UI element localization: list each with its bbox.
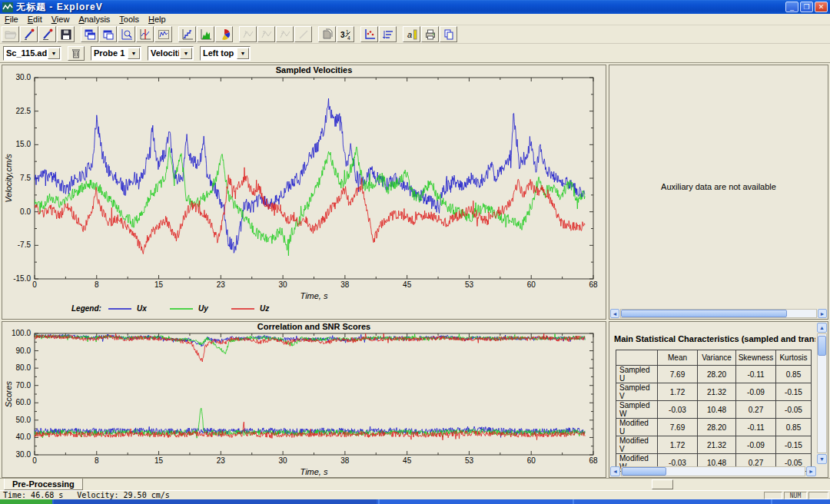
- toolbar-group: [360, 26, 397, 42]
- chevron-down-icon[interactable]: ▼: [128, 48, 140, 59]
- svg-text:38: 38: [340, 280, 350, 289]
- svg-text:Correlation and SNR Scores: Correlation and SNR Scores: [257, 322, 370, 331]
- restore-button[interactable]: ❐: [800, 2, 813, 12]
- horizontal-scrollbar[interactable]: [621, 466, 805, 476]
- svg-text:53: 53: [465, 456, 474, 465]
- line-steps-button[interactable]: [178, 26, 196, 42]
- annotate-a-button[interactable]: a: [403, 26, 420, 42]
- chart-spectrum-button[interactable]: [154, 26, 172, 42]
- taskbar-item[interactable]: [54, 499, 377, 504]
- merge-pages-button[interactable]: [318, 26, 336, 42]
- toolbar-group: [178, 26, 234, 42]
- svg-text:23: 23: [217, 280, 226, 289]
- svg-text:Uy: Uy: [198, 304, 208, 313]
- chevron-down-icon[interactable]: ▼: [180, 48, 192, 59]
- cascade-windows-2-icon: [102, 28, 115, 41]
- table-row: Modified U7.6928.20-0.110.85: [616, 419, 812, 436]
- scroll-down-button[interactable]: ▼: [817, 454, 827, 464]
- diagonal-line-icon: [297, 28, 310, 41]
- svg-text:Ux: Ux: [137, 304, 147, 313]
- axis-points-icon: [364, 28, 376, 41]
- toolbar-group: 314: [318, 26, 355, 42]
- scrollbar-thumb[interactable]: [621, 310, 787, 317]
- scroll-up-button[interactable]: ▲: [817, 323, 827, 333]
- transform-curve-1-button: 1: [239, 26, 257, 42]
- mode-select[interactable]: Velociti ▼: [148, 46, 194, 61]
- menu-item-tools[interactable]: Tools: [115, 14, 144, 25]
- svg-text:53: 53: [465, 280, 474, 289]
- start-button-fragment[interactable]: [0, 499, 52, 504]
- minimize-button[interactable]: _: [785, 2, 798, 12]
- statistics-table: MeanVarianceSkewnessKurtosisSampled U7.6…: [616, 350, 812, 472]
- chevron-down-icon[interactable]: ▼: [48, 48, 60, 59]
- scrollbar-thumb[interactable]: [622, 467, 666, 476]
- application-window: 无标题 - ExploreV _ ❐ ✕ FileEditViewAnalysi…: [0, 0, 830, 504]
- menu-item-view[interactable]: View: [47, 14, 75, 25]
- tab-pre-processing[interactable]: Pre-Processing: [4, 479, 83, 490]
- copy-pages-button[interactable]: [440, 26, 457, 42]
- legend-position-select[interactable]: Left top ▼: [200, 46, 251, 61]
- transform-curve-3-button: 2: [276, 26, 294, 42]
- menu-item-file[interactable]: File: [0, 14, 23, 25]
- row-label: Sampled U: [616, 366, 658, 383]
- svg-text:80.0: 80.0: [16, 363, 32, 372]
- merge-pages-icon: [321, 28, 334, 41]
- cascade-windows-button[interactable]: [81, 26, 98, 42]
- table-row: Sampled W-0.0310.480.27-0.05: [616, 401, 812, 419]
- sorted-list-icon: [382, 28, 394, 41]
- scrollbar-thumb[interactable]: [818, 336, 826, 356]
- table-cell: 21.32: [698, 436, 736, 454]
- chart-magnifier-button[interactable]: [118, 26, 135, 42]
- svg-text:68: 68: [589, 280, 598, 289]
- save-floppy-button[interactable]: [57, 26, 75, 42]
- svg-text:8: 8: [95, 456, 99, 465]
- svg-text:40.0: 40.0: [16, 433, 32, 441]
- series-correlation-beam3: [35, 333, 585, 362]
- menu-item-help[interactable]: Help: [144, 14, 171, 25]
- file-select-value: Sc_115.adv: [4, 48, 47, 58]
- probe-pen-button[interactable]: [20, 26, 38, 42]
- histogram-green-button[interactable]: [197, 26, 214, 42]
- scroll-right-button[interactable]: ►: [818, 309, 827, 318]
- delete-file-button[interactable]: [68, 46, 85, 61]
- menu-item-edit[interactable]: Edit: [23, 14, 47, 25]
- svg-text:60: 60: [527, 280, 536, 289]
- svg-text:45: 45: [403, 456, 412, 465]
- status-bar: Time: 46.68 s Velocity: 29.50 cm/s NUM: [0, 490, 830, 499]
- probe-pen-2-button[interactable]: [38, 26, 56, 42]
- scroll-left-button[interactable]: ◄: [610, 309, 619, 318]
- scroll-right-button[interactable]: ►: [806, 466, 816, 476]
- toolbar-group: [81, 26, 173, 42]
- probe-select[interactable]: Probe 1 ▼: [91, 46, 141, 61]
- annotate-a-icon: a: [406, 28, 418, 41]
- taskbar-divider: [573, 499, 574, 504]
- cascade-windows-2-button[interactable]: [99, 26, 117, 42]
- svg-text:60.0: 60.0: [16, 398, 32, 406]
- svg-text:Velocity,cm/s: Velocity,cm/s: [4, 154, 13, 203]
- column-header: Kurtosis: [776, 350, 812, 366]
- number-format-button[interactable]: 314: [337, 26, 354, 42]
- sorted-list-button[interactable]: [379, 26, 397, 42]
- axis-points-button[interactable]: [360, 26, 378, 42]
- table-cell: -0.09: [736, 383, 776, 401]
- svg-text:22.5: 22.5: [16, 107, 32, 115]
- table-cell: 21.32: [698, 383, 736, 401]
- color-fan-button[interactable]: [215, 26, 233, 42]
- chevron-down-icon[interactable]: ▼: [237, 48, 249, 59]
- scroll-left-button[interactable]: ◄: [610, 466, 620, 476]
- vertical-scrollbar[interactable]: [817, 333, 827, 453]
- horizontal-scrollbar[interactable]: [620, 309, 817, 318]
- chart-magnifier-icon: [121, 28, 133, 41]
- close-button[interactable]: ✕: [815, 2, 828, 12]
- status-readout: Time: 46.68 s Velocity: 29.50 cm/s: [0, 491, 764, 499]
- printer-button[interactable]: [421, 26, 439, 42]
- splitter-handle[interactable]: [652, 479, 673, 489]
- chart-cursor-button[interactable]: [136, 26, 154, 42]
- menu-item-analysis[interactable]: Analysis: [74, 14, 115, 25]
- file-select[interactable]: Sc_115.adv ▼: [3, 46, 61, 61]
- table-cell: 0.85: [776, 366, 812, 383]
- row-label: Modified U: [616, 419, 658, 436]
- table-cell: -0.11: [736, 419, 776, 436]
- diagonal-line-button: [294, 26, 312, 42]
- chart-cursor-icon: [139, 28, 151, 41]
